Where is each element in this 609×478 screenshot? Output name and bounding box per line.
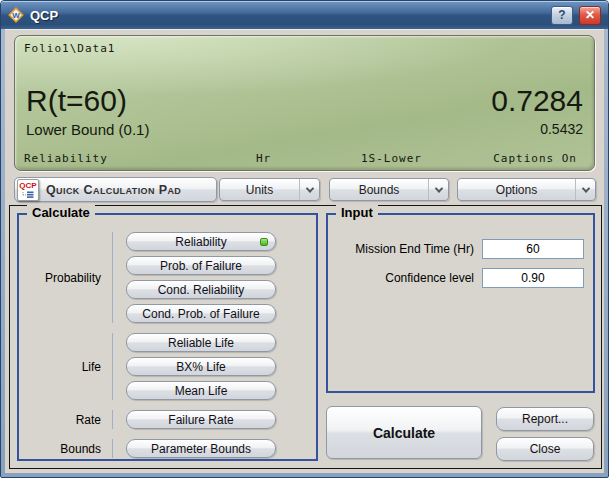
close-button[interactable]: Close [496,437,594,461]
prob-of-failure-button[interactable]: Prob. of Failure [126,256,276,275]
cond-reliability-button[interactable]: Cond. Reliability [126,280,276,299]
bounds-dropdown[interactable]: Bounds [329,178,449,201]
button-label: BX% Life [176,360,225,374]
input-group-title: Input [336,205,378,220]
options-dropdown[interactable]: Options [457,178,596,201]
result-value: 0.7284 [491,85,583,117]
button-label: Prob. of Failure [160,259,242,273]
qcp-dialog: W QCP ? ✕ Folio1\Data1 R(t=60) 0.7284 Lo… [0,0,609,478]
failure-rate-button[interactable]: Failure Rate [126,410,276,429]
reliable-life-button[interactable]: Reliable Life [126,333,276,352]
close-window-button[interactable]: ✕ [579,6,601,25]
life-section: Life Reliable Life BX% Life Me [19,333,316,400]
mission-end-time-field[interactable] [482,239,584,259]
data-source-label: Folio1\Data1 [24,42,115,55]
help-button[interactable]: ? [551,6,573,25]
mean-life-button[interactable]: Mean Life [126,381,276,400]
status-units: Hr [256,152,271,165]
button-label: Failure Rate [168,413,233,427]
bound-value: 0.5432 [540,121,583,138]
parameter-bounds-button[interactable]: Parameter Bounds [126,439,276,458]
rate-section: Rate Failure Rate [19,410,316,429]
result-expression: R(t=60) [26,85,127,117]
qcp-logo-icon: QCP [17,179,39,201]
status-metric: Reliability [24,152,108,165]
chevron-down-icon[interactable] [428,179,448,200]
rate-section-label: Rate [19,413,112,427]
dialog-body: Folio1\Data1 R(t=60) 0.7284 Lower Bound … [5,29,604,473]
svg-text:W: W [12,11,20,20]
units-dropdown-label: Units [220,179,299,200]
display-status-bar: Reliability Hr 1S-Lower Captions On [24,152,585,166]
mission-end-time-row: Mission End Time (Hr) [355,239,584,259]
button-label: Cond. Reliability [158,283,245,297]
probability-section-label: Probability [19,271,112,285]
status-bounds: 1S-Lower [361,152,422,165]
qcp-logo-grid-icon [22,191,34,198]
selected-indicator [260,238,268,246]
probability-section: Probability Reliability Prob. of Failure [19,232,316,323]
button-label: Reliable Life [168,336,234,350]
chevron-down-icon[interactable] [575,179,595,200]
result-display: Folio1\Data1 R(t=60) 0.7284 Lower Bound … [14,35,595,171]
options-dropdown-label: Options [458,179,575,200]
bound-label: Lower Bound (0.1) [26,121,149,138]
input-group: Input Mission End Time (Hr) Confidence l… [326,213,595,393]
mission-end-time-label: Mission End Time (Hr) [355,242,474,256]
button-label: Parameter Bounds [151,442,251,456]
qcp-pad-header: QCP Quick Calculation Pad [14,177,217,202]
status-captions: Captions On [493,152,577,165]
button-label: Mean Life [175,384,228,398]
confidence-level-label: Confidence level [385,271,474,285]
confidence-level-field[interactable] [482,268,584,288]
button-label: Cond. Prob. of Failure [142,307,259,321]
bounds-dropdown-label: Bounds [330,179,428,200]
title-bar: W QCP ? ✕ [1,1,608,29]
button-label: Reliability [175,235,226,249]
qcp-logo-text: QCP [19,181,36,190]
app-icon: W [8,7,24,23]
bounds-section: Bounds Parameter Bounds [19,439,316,458]
bounds-section-label: Bounds [19,442,112,456]
confidence-level-row: Confidence level [385,268,584,288]
life-section-label: Life [19,360,112,374]
cond-prob-of-failure-button[interactable]: Cond. Prob. of Failure [126,304,276,323]
window-title: QCP [30,8,545,23]
calculate-button[interactable]: Calculate [326,406,482,459]
qcp-pad-title: Quick Calculation Pad [46,183,181,197]
bx-life-button[interactable]: BX% Life [126,357,276,376]
chevron-down-icon[interactable] [299,179,319,200]
report-button[interactable]: Report... [496,407,594,431]
main-panel: Calculate Probability Reliability Prob. … [9,205,602,469]
units-dropdown[interactable]: Units [219,178,320,201]
calculate-group: Calculate Probability Reliability Prob. … [17,213,318,461]
reliability-button[interactable]: Reliability [126,232,276,251]
